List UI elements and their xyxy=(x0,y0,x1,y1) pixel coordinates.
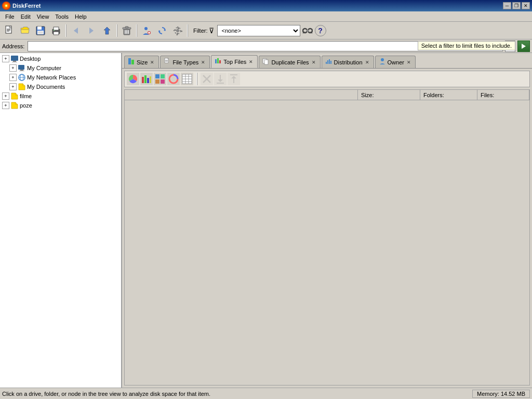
title-bar: DiskFerret ─ ❐ ✕ xyxy=(0,0,532,11)
expander-poze[interactable]: + xyxy=(2,102,9,109)
chart-separator xyxy=(196,73,197,85)
filter-dropdown[interactable]: <none> xyxy=(217,25,300,36)
menu-edit[interactable]: Edit xyxy=(18,12,34,21)
forward-button[interactable] xyxy=(84,23,99,38)
status-memory: Memory: 14.52 MB xyxy=(472,390,530,398)
table-button[interactable] xyxy=(181,73,193,85)
svg-rect-42 xyxy=(18,65,24,70)
ring-chart-button[interactable] xyxy=(167,73,180,85)
delete-button[interactable] xyxy=(119,23,134,38)
svg-rect-62 xyxy=(330,61,331,64)
separator-1 xyxy=(65,24,66,37)
svg-marker-16 xyxy=(74,28,78,34)
up-button[interactable] xyxy=(100,23,114,38)
col-header-folders-label: Folders: xyxy=(423,92,444,98)
menu-help[interactable]: Help xyxy=(72,12,90,21)
help-button[interactable]: ? xyxy=(315,25,326,36)
svg-rect-43 xyxy=(20,70,23,71)
tab-size-close[interactable]: ✕ xyxy=(149,59,155,65)
tree-item-desktop[interactable]: + Desktop xyxy=(1,54,120,63)
col-header-folders[interactable]: Folders: xyxy=(420,90,477,100)
expander-my-network[interactable]: + xyxy=(9,74,17,81)
expander-filme[interactable]: + xyxy=(2,92,9,100)
export-up-button[interactable] xyxy=(228,73,240,85)
binoculars-button[interactable] xyxy=(301,24,314,37)
svg-rect-9 xyxy=(37,26,42,30)
svg-rect-68 xyxy=(150,76,151,83)
svg-rect-49 xyxy=(131,60,134,64)
col-header-files-label: Files: xyxy=(481,92,494,98)
svg-rect-41 xyxy=(12,62,17,62)
menu-tools[interactable]: Tools xyxy=(52,12,72,21)
tab-file-types[interactable]: File Types ✕ xyxy=(160,56,210,68)
tab-duplicate-files-close[interactable]: ✕ xyxy=(311,59,317,65)
svg-rect-70 xyxy=(161,74,165,78)
toolbar: Filter: ⊽ <none> ? xyxy=(0,22,532,39)
tab-duplicate-files[interactable]: Duplicate Files ✕ xyxy=(259,56,320,68)
status-bar: Click on a drive, folder, or node in the… xyxy=(0,388,532,399)
go-button[interactable] xyxy=(517,41,530,52)
minimize-button[interactable]: ─ xyxy=(503,2,511,9)
tab-owner-close[interactable]: ✕ xyxy=(406,59,412,65)
print-button[interactable] xyxy=(49,23,63,38)
menu-bar: File Edit View Tools Help xyxy=(0,11,532,22)
tab-file-types-close[interactable]: ✕ xyxy=(200,59,206,65)
tab-distribution[interactable]: Distribution ✕ xyxy=(322,56,374,68)
col-header-name xyxy=(125,90,358,100)
settings-button[interactable] xyxy=(170,23,185,38)
filter-select-wrap: <none> xyxy=(217,25,300,36)
export-down-button[interactable] xyxy=(214,73,227,85)
data-body xyxy=(125,100,529,385)
svg-point-25 xyxy=(144,27,148,30)
close-button[interactable]: ✕ xyxy=(522,2,530,9)
col-header-size[interactable]: Size: xyxy=(358,90,420,100)
pie-chart-button[interactable] xyxy=(127,73,139,85)
filter-label: Filter: xyxy=(193,28,208,34)
refresh-button[interactable] xyxy=(155,23,169,38)
expander-my-documents[interactable]: + xyxy=(9,83,17,90)
expander-my-computer[interactable]: + xyxy=(9,64,17,72)
chart-toolbar xyxy=(124,71,530,87)
distribution-tab-icon xyxy=(325,58,332,66)
save-button[interactable] xyxy=(33,23,48,38)
expander-desktop[interactable]: + xyxy=(2,55,9,62)
col-header-files[interactable]: Files: xyxy=(477,90,529,100)
svg-rect-69 xyxy=(155,74,159,78)
back-button[interactable] xyxy=(69,23,83,38)
separator-3 xyxy=(136,24,137,37)
my-computer-icon xyxy=(18,64,26,72)
tab-size[interactable]: Size ✕ xyxy=(124,56,159,68)
grid-button[interactable] xyxy=(154,73,166,85)
col-header-size-label: Size: xyxy=(361,92,374,98)
tree-item-my-documents[interactable]: + My Documents xyxy=(1,82,120,91)
analyze-button[interactable] xyxy=(139,23,154,38)
new-button[interactable] xyxy=(2,23,17,38)
tree-item-poze[interactable]: + poze xyxy=(1,101,120,110)
tab-owner[interactable]: Owner ✕ xyxy=(375,56,416,68)
tab-distribution-close[interactable]: ✕ xyxy=(364,59,370,65)
tree-item-my-network[interactable]: + My Network Places xyxy=(1,73,120,82)
menu-file[interactable]: File xyxy=(2,12,18,21)
menu-view[interactable]: View xyxy=(34,12,52,21)
filter-icon: ⊽ xyxy=(209,26,214,35)
tab-size-label: Size xyxy=(137,59,148,65)
tab-top-files-close[interactable]: ✕ xyxy=(248,59,254,65)
tab-distribution-label: Distribution xyxy=(334,59,363,65)
my-network-icon xyxy=(18,73,26,82)
svg-rect-65 xyxy=(142,77,144,83)
clear-button[interactable] xyxy=(201,73,213,85)
size-tab-icon xyxy=(128,58,135,66)
bar-chart-button[interactable] xyxy=(140,73,153,85)
restore-button[interactable]: ❐ xyxy=(512,2,521,9)
open-button[interactable] xyxy=(18,23,32,38)
svg-rect-56 xyxy=(219,60,221,63)
owner-tab-icon xyxy=(379,58,386,66)
svg-rect-61 xyxy=(329,59,330,64)
status-text: Click on a drive, folder, or node in the… xyxy=(2,391,210,397)
svg-rect-15 xyxy=(54,30,55,31)
svg-rect-35 xyxy=(307,30,309,32)
tab-top-files[interactable]: Top Files ✕ xyxy=(211,55,258,68)
tree-item-filme[interactable]: + filme xyxy=(1,91,120,101)
tree-item-my-computer[interactable]: + My Computer xyxy=(1,63,120,73)
tabs-bar: Size ✕ File Types ✕ xyxy=(122,53,532,69)
